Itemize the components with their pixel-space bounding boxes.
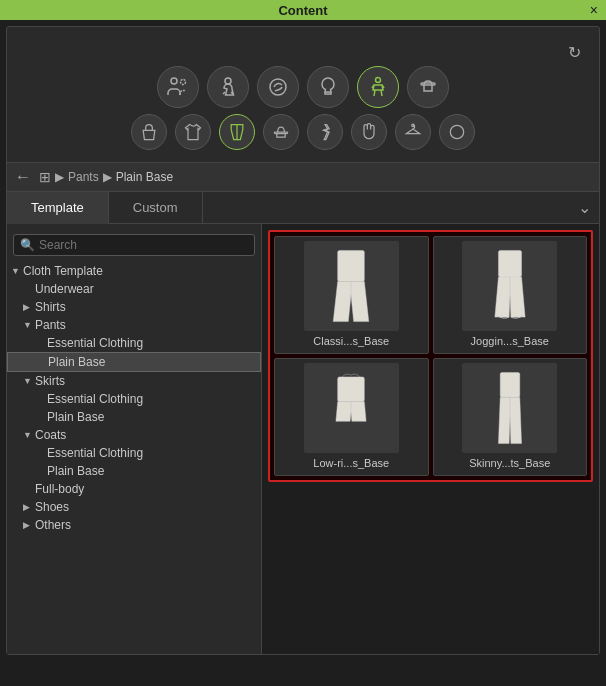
breadcrumb: ← ⊞ ▶ Pants ▶ Plain Base <box>7 162 599 192</box>
breadcrumb-sep-2: ▶ <box>103 170 112 184</box>
grid-item-img-jogger <box>462 241 557 331</box>
grid-item-img-classic <box>304 241 399 331</box>
main-layout: 🔍 Cloth Template Underwear Shirts Pants <box>7 224 599 654</box>
icon-hat-sm[interactable] <box>263 114 299 150</box>
svg-rect-5 <box>421 83 435 85</box>
icon-glove-sm[interactable] <box>351 114 387 150</box>
search-box: 🔍 <box>13 234 255 256</box>
tree-item-skirts[interactable]: Skirts <box>7 372 261 390</box>
home-button[interactable]: ⊞ <box>39 169 51 185</box>
grid-item-img-lowrise <box>304 363 399 453</box>
grid-item-label-classic: Classi...s_Base <box>279 335 424 347</box>
search-input[interactable] <box>39 238 219 252</box>
breadcrumb-plainbase[interactable]: Plain Base <box>116 170 173 184</box>
icon-row-2 <box>17 114 589 150</box>
grid-item-skinny[interactable]: Skinny...ts_Base <box>433 358 588 476</box>
svg-point-0 <box>171 78 177 84</box>
tree-item-cloth-template[interactable]: Cloth Template <box>7 262 261 280</box>
grid-item-img-skinny <box>462 363 557 453</box>
svg-point-3 <box>270 79 286 95</box>
breadcrumb-sep-1: ▶ <box>55 170 64 184</box>
svg-point-2 <box>225 78 231 84</box>
back-button[interactable]: ← <box>15 168 31 186</box>
icon-bag-sm[interactable] <box>131 114 167 150</box>
tree-item-pants-plainbase[interactable]: Plain Base <box>7 352 261 372</box>
figure-move-icon[interactable] <box>207 66 249 108</box>
figure-dual-icon[interactable] <box>157 66 199 108</box>
svg-rect-15 <box>500 372 520 397</box>
content-panel: ↻ <box>6 26 600 655</box>
figure-head-icon[interactable] <box>307 66 349 108</box>
search-icon: 🔍 <box>20 238 35 252</box>
collapse-button[interactable]: ⌄ <box>578 198 591 217</box>
grid-item-classic[interactable]: Classi...s_Base <box>274 236 429 354</box>
tree-item-shirts[interactable]: Shirts <box>7 298 261 316</box>
tree-item-underwear[interactable]: Underwear <box>7 280 261 298</box>
grid-item-label-skinny: Skinny...ts_Base <box>438 457 583 469</box>
tree-arrow-pants <box>23 320 35 330</box>
figure-ball-icon[interactable] <box>257 66 299 108</box>
grid-item-label-lowrise: Low-ri...s_Base <box>279 457 424 469</box>
svg-point-1 <box>181 80 186 85</box>
title-bar: Content × <box>0 0 606 20</box>
icon-dress-sm[interactable] <box>307 114 343 150</box>
breadcrumb-pants[interactable]: Pants <box>68 170 99 184</box>
figure-body-icon[interactable] <box>357 66 399 108</box>
tab-custom[interactable]: Custom <box>109 192 203 224</box>
icon-shirt-sm[interactable] <box>175 114 211 150</box>
svg-rect-13 <box>338 377 365 402</box>
tree-item-full-body[interactable]: Full-body <box>7 480 261 498</box>
icon-row-1 <box>17 66 589 108</box>
svg-point-8 <box>450 125 463 138</box>
tree-item-coats-plainbase[interactable]: Plain Base <box>7 462 261 480</box>
tabs-bar: Template Custom ⌄ <box>7 192 599 224</box>
icon-hanger-sm[interactable] <box>395 114 431 150</box>
tab-template[interactable]: Template <box>7 192 109 224</box>
tree-panel: 🔍 Cloth Template Underwear Shirts Pants <box>7 224 262 654</box>
svg-rect-9 <box>338 250 365 281</box>
icon-area: ↻ <box>7 27 599 162</box>
tree-item-coats-essential[interactable]: Essential Clothing <box>7 444 261 462</box>
tree-item-skirts-plainbase[interactable]: Plain Base <box>7 408 261 426</box>
tree-arrow-shoes <box>23 502 35 512</box>
icon-circle-sm[interactable] <box>439 114 475 150</box>
tree-item-pants[interactable]: Pants <box>7 316 261 334</box>
icon-pants-sm[interactable] <box>219 114 255 150</box>
app-title: Content <box>278 3 327 18</box>
grid-container: Classi...s_Base <box>274 236 587 476</box>
tree-arrow-skirts <box>23 376 35 386</box>
tree-item-skirts-essential[interactable]: Essential Clothing <box>7 390 261 408</box>
svg-rect-11 <box>498 250 521 277</box>
tree-item-coats[interactable]: Coats <box>7 426 261 444</box>
close-button[interactable]: × <box>590 2 598 18</box>
tree-arrow-cloth-template <box>11 266 23 276</box>
tree-arrow-coats <box>23 430 35 440</box>
figure-hat-icon[interactable] <box>407 66 449 108</box>
tree-item-pants-essential[interactable]: Essential Clothing <box>7 334 261 352</box>
tree-arrow-shirts <box>23 302 35 312</box>
tree-arrow-others <box>23 520 35 530</box>
grid-item-label-jogger: Joggin...s_Base <box>438 335 583 347</box>
svg-point-4 <box>376 78 381 83</box>
svg-rect-6 <box>274 132 287 134</box>
refresh-button[interactable]: ↻ <box>564 39 585 66</box>
tree-item-shoes[interactable]: Shoes <box>7 498 261 516</box>
grid-item-lowrise[interactable]: Low-ri...s_Base <box>274 358 429 476</box>
tree-item-others[interactable]: Others <box>7 516 261 534</box>
grid-panel: Classi...s_Base <box>262 224 599 654</box>
grid-item-jogger[interactable]: Joggin...s_Base <box>433 236 588 354</box>
